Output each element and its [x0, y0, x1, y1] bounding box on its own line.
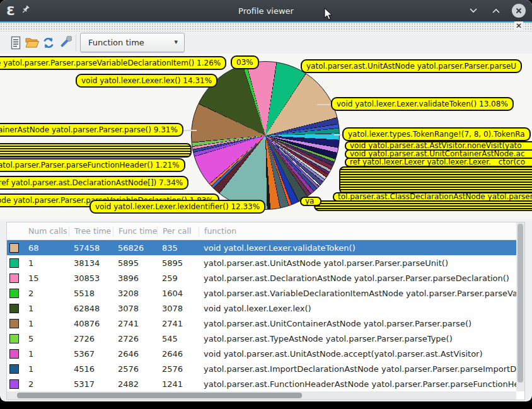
close-button[interactable] — [512, 4, 526, 18]
chevron-down-icon: ▾ — [174, 38, 178, 46]
dropdown-value: Function time — [88, 38, 144, 47]
table-cell: 1 — [23, 304, 69, 313]
table-cell: 2741 — [157, 319, 199, 328]
minimize-button[interactable] — [466, 4, 480, 18]
open-folder-icon[interactable] — [24, 35, 40, 51]
pie-slice-label: void yatol.lexer.Lexer.lex() 14.31% — [76, 74, 217, 88]
table-cell: 38134 — [69, 258, 113, 268]
titlebar[interactable]: Ɛ Profile viewer — [0, 0, 532, 21]
table-cell: yatol.parser.ast.VariableDeclarationItem… — [199, 289, 516, 298]
table-cell: 5317 — [69, 379, 113, 389]
table-cell: 3896 — [113, 274, 157, 283]
table-row[interactable]: 16284830783078void yatol.lexer.Lexer.lex… — [7, 301, 516, 316]
pie-slice-label: ns(ref yatol.parser.ast.DeclarationAstNo… — [0, 176, 188, 190]
table-body: 685745856826835void yatol.lexer.Lexer.va… — [7, 240, 516, 392]
pie-slice-label: atol.parser.Parser.parseFunctionHeader()… — [0, 158, 185, 172]
table-row[interactable]: 2551832081604yatol.parser.ast.VariableDe… — [7, 285, 516, 301]
table-cell: 1 — [23, 349, 69, 359]
table-cell: 30853 — [69, 274, 113, 283]
table-row[interactable]: 14087627412741yatol.parser.ast.UnitConta… — [7, 316, 516, 331]
dock-close-icon[interactable]: ✕ — [514, 21, 523, 31]
vertical-scrollbar[interactable] — [516, 222, 524, 391]
horizontal-scrollbar[interactable] — [7, 391, 516, 400]
toolbar-separator — [76, 35, 76, 51]
column-header[interactable]: Func time — [113, 226, 157, 236]
row-color-swatch — [9, 319, 19, 328]
table-cell: yatol.parser.ast.DeclarationAstNode yato… — [199, 274, 516, 283]
table-cell: yatol.parser.ast.TypeAstNode yatol.parse… — [199, 334, 516, 343]
row-color-swatch — [9, 274, 19, 283]
table-cell: 1241 — [157, 379, 199, 389]
row-color-swatch — [9, 334, 19, 343]
table-cell: 5895 — [157, 258, 199, 268]
table-cell: yatol.parser.ast.FunctionHeaderAstNode y… — [199, 379, 516, 389]
table-row[interactable]: 685745856826835void yatol.lexer.Lexer.va… — [7, 240, 516, 255]
table-cell: 5367 — [69, 349, 113, 359]
table-row[interactable]: 15308533896259yatol.parser.ast.Declarati… — [7, 270, 516, 285]
table-cell: 1 — [23, 258, 69, 268]
table-cell: 3208 — [113, 289, 157, 298]
table-cell: 2741 — [113, 319, 157, 328]
pie-slice-label: ref yatol.lexer.Lexer yatol.lexer.Lexer.… — [345, 158, 532, 167]
table-cell: 2726 — [113, 334, 157, 343]
pie-slice-label: yatol.lexer.types.TokenRange!(7, 8, 0).T… — [342, 127, 531, 141]
vertical-scrollbar-thumb[interactable] — [518, 224, 523, 383]
row-color-swatch — [9, 289, 19, 298]
wrench-icon[interactable] — [57, 35, 73, 51]
pie-label-stack — [339, 166, 532, 194]
maximize-button[interactable] — [489, 4, 503, 18]
chart-mode-dropdown[interactable]: Function time ▾ — [80, 33, 185, 52]
pie-slice-label: 03% — [231, 55, 259, 69]
table-cell: 62848 — [69, 304, 113, 313]
pie-chart-panel: 03%ode yatol.parser.Parser.parseVariable… — [0, 54, 532, 219]
report-icon[interactable] — [8, 35, 24, 51]
table-cell: yatol.parser.ast.UnitContainerAstNode ya… — [199, 319, 516, 328]
table-row[interactable]: 2531724821241yatol.parser.ast.FunctionHe… — [7, 376, 516, 391]
window-title: Profile viewer — [0, 6, 532, 16]
horizontal-scrollbar-thumb[interactable] — [17, 393, 302, 398]
pin-icon[interactable] — [21, 5, 31, 17]
toolbar: Function time ▾ — [0, 32, 532, 54]
mouse-cursor — [324, 8, 333, 24]
column-header[interactable]: function — [199, 226, 516, 236]
pie-slice-label: ainerAstNode yatol.parser.Parser.parse()… — [0, 123, 183, 137]
table-cell: 2646 — [113, 349, 157, 359]
table-cell: 2726 — [69, 334, 113, 343]
refresh-icon[interactable] — [40, 35, 57, 51]
table-cell: 15 — [23, 274, 69, 283]
table-cell: 545 — [157, 334, 199, 343]
table-cell: 1 — [23, 364, 69, 374]
table-cell: 1 — [23, 319, 69, 328]
column-header[interactable]: Num calls — [23, 226, 69, 236]
table-cell: 2 — [23, 379, 69, 389]
table-row[interactable]: 13813458955895yatol.parser.ast.UnitAstNo… — [7, 255, 516, 270]
row-color-swatch — [9, 379, 19, 389]
dock-title-strip[interactable] — [0, 23, 532, 32]
table-row[interactable]: 1536726462646void yatol.parser.ast.UnitA… — [7, 346, 516, 361]
column-header[interactable]: Per call — [157, 226, 199, 236]
table-cell: 835 — [157, 243, 199, 253]
pie-label-stack — [0, 143, 192, 158]
table-cell: 2 — [23, 289, 69, 298]
table-cell: 5518 — [69, 289, 113, 298]
pie-slice-label: void yatol.lexer.Lexer.lexIdentifier() 1… — [90, 200, 265, 214]
pie-slice-label: yatol.parser.ast.UnitAstNode yatol.parse… — [301, 59, 522, 73]
table-cell: 2482 — [113, 379, 157, 389]
table-row[interactable]: 527262726545yatol.parser.ast.TypeAstNode… — [7, 331, 516, 346]
table-cell: 2576 — [157, 364, 199, 374]
row-color-swatch — [9, 304, 19, 313]
table-cell: 4516 — [69, 364, 113, 374]
pie-slice-label: ode yatol.parser.Parser.parseVariableDec… — [0, 56, 226, 70]
table-cell: void yatol.parser.ast.UnitAstNode.accept… — [199, 349, 516, 359]
column-header[interactable]: Tree time — [69, 226, 113, 236]
app-icon[interactable]: Ɛ — [6, 4, 15, 17]
table-cell: 56826 — [113, 243, 157, 253]
table-row[interactable]: 1451625762576yatol.parser.ast.ImportDecl… — [7, 361, 516, 376]
table-cell: 2646 — [157, 349, 199, 359]
table-cell: 5 — [23, 334, 69, 343]
pie-slice-label: ya — [300, 197, 321, 206]
profile-table: Num callsTree timeFunc timePer callfunct… — [6, 222, 525, 400]
table-cell: 259 — [157, 274, 199, 283]
row-color-swatch — [9, 349, 19, 359]
table-cell: 68 — [23, 243, 69, 253]
